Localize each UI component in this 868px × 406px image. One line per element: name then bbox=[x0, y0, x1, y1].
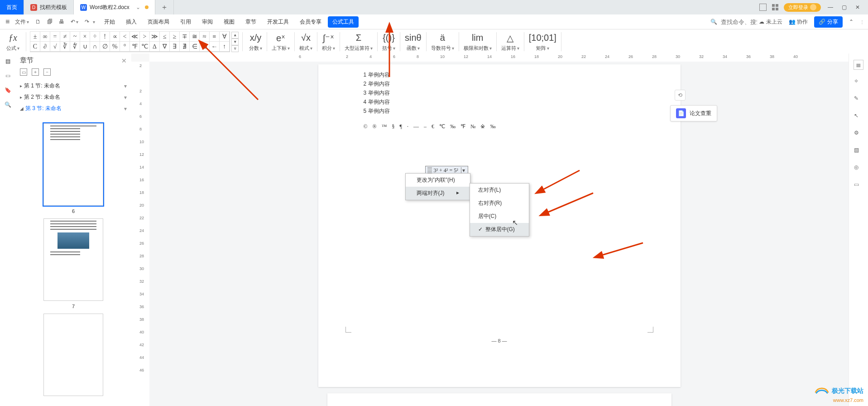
symbol-cell[interactable]: ≡ bbox=[209, 31, 220, 42]
search-input[interactable] bbox=[720, 18, 758, 26]
symbol-cell[interactable]: √ bbox=[50, 41, 60, 52]
ribbon-group[interactable]: △运算符▾ bbox=[499, 32, 522, 52]
symbol-cell[interactable]: ≠ bbox=[60, 31, 70, 42]
symbol-cell[interactable]: ∃ bbox=[169, 41, 180, 52]
ribbon-tab[interactable]: 开始 bbox=[100, 16, 120, 28]
window-maximize[interactable]: ▢ bbox=[840, 4, 848, 10]
toggle-panel-icon[interactable]: ≣ bbox=[854, 60, 863, 70]
thumbnails-icon[interactable]: ▭ bbox=[4, 72, 12, 80]
symbol-cell[interactable]: ≈ bbox=[199, 31, 210, 42]
symbol-cell[interactable]: ∈ bbox=[189, 41, 200, 52]
symbol-cell[interactable]: ← bbox=[209, 41, 220, 52]
symbol-cell[interactable]: ∪ bbox=[80, 41, 90, 52]
section-item[interactable]: ▸第 1 节: 未命名▾ bbox=[17, 80, 129, 92]
file-menu[interactable]: 文件 ▾ bbox=[12, 18, 32, 26]
ribbon-tab[interactable]: 会员专享 bbox=[295, 16, 326, 28]
symbol-cell[interactable]: ∂ bbox=[40, 41, 50, 52]
symbol-cell[interactable]: × bbox=[80, 31, 90, 42]
symbol-cell[interactable]: ∄ bbox=[179, 41, 190, 52]
ai-icon[interactable]: ✧ bbox=[854, 78, 863, 87]
symbol-cell[interactable]: ∩ bbox=[90, 41, 100, 52]
symbol-cell[interactable]: ∝ bbox=[110, 31, 120, 42]
ribbon-group[interactable]: Σ大型运算符▾ bbox=[342, 32, 375, 52]
ribbon-group[interactable]: [10;01]矩阵▾ bbox=[526, 32, 559, 52]
symbol-cell[interactable]: ∛ bbox=[60, 41, 70, 52]
more-icon[interactable]: ⋮ bbox=[860, 19, 864, 24]
ribbon-group[interactable]: ∫⁻ˣ积分▾ bbox=[319, 32, 338, 52]
bookmark-icon[interactable]: 🔖 bbox=[4, 86, 12, 94]
ribbon-group[interactable]: lim极限和对数▾ bbox=[461, 32, 494, 52]
symbol-cell[interactable]: ! bbox=[100, 31, 110, 42]
symbol-cell[interactable]: = bbox=[50, 31, 60, 42]
ribbon-group[interactable]: ä导数符号▾ bbox=[428, 32, 457, 52]
symbol-cell[interactable]: ℉ bbox=[129, 41, 140, 52]
symbol-cell[interactable]: ≅ bbox=[189, 31, 200, 42]
symbol-cell[interactable]: ↑ bbox=[219, 41, 230, 52]
symbol-cell[interactable]: ∋ bbox=[199, 41, 210, 52]
symbol-cell[interactable]: ∆ bbox=[149, 41, 160, 52]
tab-document[interactable]: W Word教程2.docx ⌄ bbox=[74, 0, 155, 14]
symbol-cell[interactable]: < bbox=[120, 31, 130, 42]
document-canvas[interactable]: 1 举例内容2 举例内容3 举例内容4 举例内容5 举例内容 © ® ™ § ¶… bbox=[149, 62, 849, 406]
symbol-cell[interactable]: ≫ bbox=[149, 31, 160, 42]
symbol-cell[interactable]: ∜ bbox=[70, 41, 80, 52]
print-preview-icon[interactable]: 🗐 bbox=[44, 19, 55, 25]
share-button[interactable]: 🔗 分享 bbox=[814, 16, 843, 28]
symbol-cell[interactable]: ~ bbox=[70, 31, 80, 42]
symbol-cell[interactable]: ∞ bbox=[40, 31, 50, 42]
horizontal-ruler[interactable]: 6246810121416182022242628303234363840 bbox=[149, 53, 849, 62]
ribbon-group[interactable]: sinθ函数▾ bbox=[402, 32, 424, 52]
outline-icon[interactable]: ▤ bbox=[4, 57, 12, 65]
tab-home[interactable]: 首页 bbox=[0, 0, 24, 14]
redo-icon[interactable]: ↷ bbox=[82, 19, 92, 25]
symbol-cell[interactable]: ° bbox=[120, 41, 130, 52]
symbol-cell[interactable]: C bbox=[30, 41, 40, 52]
symbol-cell[interactable]: ℃ bbox=[139, 41, 150, 52]
window-minimize[interactable]: — bbox=[826, 4, 834, 10]
image-icon[interactable]: ▧ bbox=[854, 147, 863, 156]
floating-undo-icon[interactable]: ⟲ bbox=[675, 90, 686, 101]
ribbon-group[interactable]: {()}括号▾ bbox=[379, 32, 398, 52]
coop-button[interactable]: 👥 协作 bbox=[789, 18, 808, 26]
symbol-cell[interactable]: ∀ bbox=[219, 31, 230, 42]
symbol-cell[interactable]: ∓ bbox=[179, 31, 190, 42]
section-expand-icon[interactable]: ＋ bbox=[32, 68, 39, 76]
cloud-status[interactable]: ☁ 未上云 bbox=[759, 18, 782, 26]
ribbon-tab[interactable]: 审阅 bbox=[197, 16, 217, 28]
find-icon[interactable]: 🔍 bbox=[4, 101, 12, 109]
login-button[interactable]: 立即登录 bbox=[784, 3, 821, 12]
symbol-cell[interactable]: ∅ bbox=[100, 41, 110, 52]
ribbon-tab[interactable]: 视图 bbox=[219, 16, 239, 28]
symbol-cell[interactable]: ∇ bbox=[159, 41, 170, 52]
menu-align-group-center[interactable]: ✓整体居中(G) bbox=[470, 223, 529, 236]
ribbon-group[interactable]: eˣ上下标▾ bbox=[269, 32, 293, 52]
settings-slider-icon[interactable]: ⚙ bbox=[854, 130, 863, 139]
ribbon-tab[interactable]: 引用 bbox=[176, 16, 196, 28]
symbol-cell[interactable]: ± bbox=[30, 31, 40, 42]
ribbon-tab[interactable]: 开发工具 bbox=[263, 16, 293, 28]
symbol-palette[interactable]: ±C∞∂=√≠∛~∜×∪÷∩!∅∝%<°≪℉>℃≫∆≤∇≥∃∓∄≅∈≈∋≡←∀↑ bbox=[30, 31, 230, 52]
ribbon-tab[interactable]: 插入 bbox=[121, 16, 141, 28]
thumbnail-page-7[interactable] bbox=[43, 218, 103, 301]
window-close[interactable]: ✕ bbox=[854, 4, 862, 10]
menu-align-center[interactable]: 居中(C) bbox=[470, 210, 529, 223]
section-collapse-icon[interactable]: － bbox=[43, 68, 51, 76]
hamburger-icon[interactable]: ≡ bbox=[4, 18, 11, 26]
pen-icon[interactable]: ✎ bbox=[854, 95, 863, 104]
menu-align-right[interactable]: 右对齐(R) bbox=[470, 197, 529, 210]
symbol-cell[interactable]: ≪ bbox=[129, 31, 140, 42]
save-icon[interactable]: 🗋 bbox=[33, 19, 43, 25]
reader-icon[interactable]: ▭ bbox=[854, 181, 863, 190]
panel-close-icon[interactable]: ✕ bbox=[121, 57, 127, 64]
paper-check-chip[interactable]: 📄 论文查重 bbox=[670, 105, 717, 121]
menu-align-left[interactable]: 左对齐(L) bbox=[470, 184, 529, 197]
tab-add[interactable]: ＋ bbox=[155, 0, 174, 14]
thumbnail-page-6[interactable] bbox=[43, 123, 103, 206]
apps-icon[interactable] bbox=[772, 4, 778, 10]
ui-collapse-icon[interactable]: ⌃ bbox=[849, 19, 854, 25]
select-icon[interactable]: ↖ bbox=[854, 112, 863, 121]
ribbon-tab[interactable]: 公式工具 bbox=[328, 16, 359, 28]
symbol-cell[interactable]: > bbox=[139, 31, 150, 42]
symbol-cell[interactable]: ≤ bbox=[159, 31, 170, 42]
print-icon[interactable]: 🖶 bbox=[56, 19, 67, 25]
